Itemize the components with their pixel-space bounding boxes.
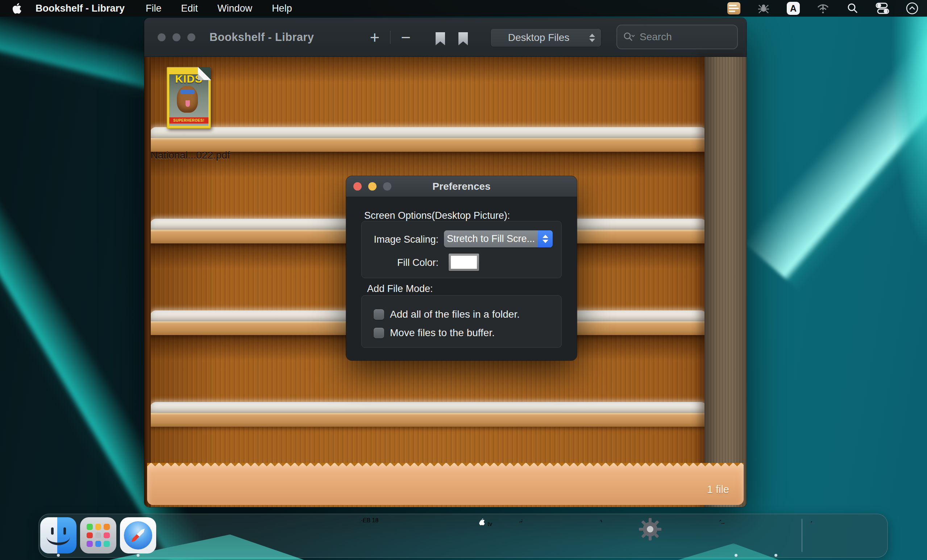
bookcase-left-panel xyxy=(144,57,151,507)
dock-item-calendar[interactable]: FEB 18 xyxy=(359,517,395,554)
bookmark-alt-icon[interactable] xyxy=(459,32,468,45)
shelf-surface xyxy=(150,402,707,413)
checkbox-row[interactable]: Add all of the files in a folder. xyxy=(374,309,520,320)
checkbox-add-all-files[interactable] xyxy=(374,310,384,320)
dock-item-tv[interactable]: tv xyxy=(479,517,515,554)
cover-dog-image xyxy=(177,86,198,113)
add-file-button[interactable]: + xyxy=(364,18,386,56)
notes-icon xyxy=(439,517,475,554)
remove-file-button[interactable]: − xyxy=(395,18,417,56)
apple-menu-icon[interactable] xyxy=(12,2,23,15)
image-scaling-select[interactable]: Stretch to Fill Scre... xyxy=(444,231,553,247)
dock-item-system-settings[interactable] xyxy=(638,517,675,554)
dialog-minimize-button[interactable] xyxy=(368,182,377,191)
dock-item-terminal[interactable]: >_ xyxy=(718,517,754,554)
checkbox-move-to-buffer[interactable] xyxy=(374,328,384,338)
chevron-up-down-icon xyxy=(538,231,553,247)
dock-item-facetime[interactable] xyxy=(319,517,356,554)
running-indicator xyxy=(735,554,737,557)
input-source-icon[interactable]: A xyxy=(786,2,800,15)
cover-banner: SUPERHEROES! xyxy=(169,117,208,123)
add-file-mode-group: Add all of the files in a folder. Move f… xyxy=(361,295,562,348)
file-thumbnail[interactable]: KIDS SUPERHEROES! xyxy=(167,67,211,129)
page-fold-corner xyxy=(198,67,211,80)
dock-item-notes[interactable] xyxy=(439,517,475,554)
shelf-surface xyxy=(150,127,707,138)
checkbox-label: Add all of the files in a folder. xyxy=(390,309,520,320)
menu-window[interactable]: Window xyxy=(217,3,252,14)
terminal-prompt-glyph: >_ xyxy=(718,517,725,524)
collection-select-value: Desktop Files xyxy=(491,32,587,44)
dialog-titlebar[interactable]: Preferences xyxy=(346,176,577,197)
menu-edit[interactable]: Edit xyxy=(181,3,198,14)
dock-item-contacts[interactable] xyxy=(399,517,435,554)
dock-item-messages[interactable] xyxy=(160,517,196,554)
dock-item-downloads[interactable]: ↓ xyxy=(810,517,846,554)
dock-item-trash[interactable] xyxy=(850,517,886,554)
dock-item-maps[interactable] xyxy=(240,517,276,554)
bookmark-icon[interactable] xyxy=(436,32,445,45)
desktop-screen: Bookshelf - Library File Edit Window Hel… xyxy=(0,0,927,560)
messages-icon xyxy=(160,517,196,554)
photos-icon xyxy=(280,517,316,554)
spotlight-search-icon[interactable] xyxy=(846,2,860,15)
active-app-menu[interactable]: Bookshelf - Library xyxy=(35,3,125,14)
dock-item-photos[interactable] xyxy=(280,517,316,554)
dock-item-finder[interactable] xyxy=(40,517,76,554)
close-button[interactable] xyxy=(158,33,166,41)
dock-item-podcasts[interactable] xyxy=(558,517,595,554)
dock-item-bookshelf[interactable] xyxy=(758,517,794,554)
dock-item-music[interactable]: ♫ xyxy=(518,517,555,554)
menu-help[interactable]: Help xyxy=(272,3,292,14)
collection-select[interactable]: Desktop Files xyxy=(491,29,601,47)
apple-tv-icon: tv xyxy=(479,517,515,554)
dock-item-launchpad[interactable] xyxy=(80,517,116,554)
menu-bar-left: Bookshelf - Library File Edit Window Hel… xyxy=(0,2,312,15)
zoom-button[interactable] xyxy=(187,33,195,41)
running-indicator xyxy=(57,554,60,557)
calendar-day: 18 xyxy=(372,517,379,524)
tv-label: tv xyxy=(488,521,492,527)
shelf-front xyxy=(144,413,746,427)
dock-item-app-cleaner[interactable] xyxy=(678,517,714,554)
downloads-folder-icon: ↓ xyxy=(810,517,846,554)
drweb-spider-icon[interactable] xyxy=(757,2,770,15)
add-file-mode-label: Add File Mode: xyxy=(367,283,433,294)
wallpaper-edge-glow xyxy=(887,0,927,275)
app-store-letter: A xyxy=(598,517,602,524)
calendar-month: FEB xyxy=(359,517,370,524)
dock-item-safari[interactable] xyxy=(120,517,156,554)
file-label[interactable]: National...022.pdf xyxy=(145,150,236,161)
dialog-close-button[interactable] xyxy=(353,182,362,191)
window-titlebar[interactable]: Bookshelf - Library + − Desktop Files xyxy=(144,18,746,57)
control-center-icon[interactable] xyxy=(875,2,889,15)
dock-item-appstore[interactable]: A xyxy=(598,517,635,554)
fill-color-well[interactable] xyxy=(449,253,479,271)
minimize-button[interactable] xyxy=(173,33,181,41)
file-item[interactable]: KIDS SUPERHEROES! National...022.pdf xyxy=(167,67,211,129)
bookcase-base: 1 file xyxy=(147,463,744,505)
search-field[interactable] xyxy=(617,25,737,49)
trash-icon xyxy=(850,517,886,554)
chevron-circle-icon[interactable] xyxy=(905,2,919,15)
dock-item-mail[interactable] xyxy=(200,517,236,554)
dialog-zoom-button[interactable] xyxy=(383,182,391,191)
screen-options-label: Screen Options(Desktop Picture): xyxy=(364,210,510,221)
search-input[interactable] xyxy=(639,31,731,43)
bookshelf-status-icon[interactable] xyxy=(727,2,741,15)
contacts-icon xyxy=(399,517,435,554)
checkbox-label: Move files to the buffer. xyxy=(390,327,495,339)
checkbox-row[interactable]: Move files to the buffer. xyxy=(374,327,495,339)
toolbar-divider xyxy=(390,31,391,44)
dog-goggles xyxy=(180,90,195,94)
running-indicator xyxy=(137,554,140,557)
running-indicator xyxy=(774,554,777,557)
shelf-shadow xyxy=(144,57,746,82)
dialog-title: Preferences xyxy=(432,181,490,192)
image-scaling-label: Image Scaling: xyxy=(360,234,439,245)
app-cleaner-icon xyxy=(678,517,714,554)
menu-file[interactable]: File xyxy=(146,3,162,14)
wifi-alert-icon[interactable] xyxy=(816,2,830,15)
music-note-glyph: ♫ xyxy=(518,517,523,524)
launchpad-icon xyxy=(80,517,116,554)
